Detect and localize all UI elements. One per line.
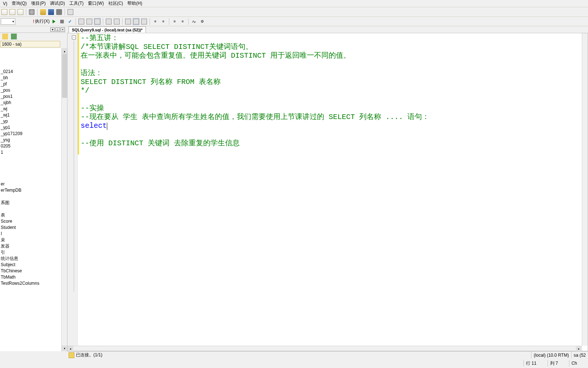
menu-item-help[interactable]: 帮助(H) [125,0,144,7]
play-icon [53,20,55,23]
open-button[interactable] [39,8,47,16]
tree-item[interactable]: _pos1 [0,93,61,100]
new-query-button[interactable] [1,8,8,16]
tb-btn-3[interactable] [94,18,101,25]
outdent-button[interactable]: ≡ [152,18,159,25]
tree-item[interactable]: TbMath [0,274,61,280]
menu-item-community[interactable]: 社区(C) [106,0,125,7]
code-line: select [81,122,107,130]
database-combo[interactable]: ▾ [1,18,15,25]
table-icon [67,9,73,15]
tree-item[interactable]: _wj [0,106,61,112]
tree-item[interactable]: _sjbh [0,100,61,106]
tree-item[interactable]: _yp171209 [0,131,61,137]
tb-btn-6[interactable] [124,18,132,25]
tb-btn-8[interactable] [140,18,148,25]
status-ch: Ch [569,360,588,367]
tree-item[interactable]: 发器 [0,243,61,249]
tree-item[interactable]: 表 [0,212,61,218]
pin-btn[interactable]: ⊥ [55,27,60,32]
tree-scrollbar[interactable]: ▴ ▾ [61,48,67,351]
stop-icon [60,20,64,23]
tree-item[interactable]: _bh [0,75,61,81]
tree-item[interactable]: _ysg [0,137,61,143]
tb-btn-4[interactable] [105,18,112,25]
tree-item[interactable]: erTempDB [0,187,61,193]
tb-btn-2[interactable] [86,18,93,25]
menu-item-project[interactable]: 项目(P) [29,0,48,7]
stop-button[interactable] [58,18,66,25]
tree-item[interactable]: Score [0,218,61,225]
tree-item[interactable]: 引 [0,249,61,256]
execute-button[interactable]: ! 执行(X) [33,18,50,24]
tree-item[interactable]: 束 [0,237,61,243]
connect-button[interactable] [1,33,9,40]
database-icon [29,9,35,15]
code-editor[interactable]: − --第五讲： /*本节课讲解SQL SELECT DISTINCT关键词语句… [67,33,588,351]
cursor-statusbar: 行 11 列 7 Ch [67,360,588,367]
code-content[interactable]: --第五讲： /*本节课讲解SQL SELECT DISTINCT关键词语句。 … [81,34,582,346]
indent-button[interactable]: ≡ [160,18,167,25]
scroll-right-button[interactable]: ▸ [576,346,582,351]
open-icon [40,9,46,15]
tree-item[interactable]: er [0,181,61,187]
menu-item-debug[interactable]: 调试(D) [48,0,67,7]
tree-item[interactable]: 统计信息 [0,256,61,262]
outline-toggle[interactable]: − [72,35,76,39]
code-line: --使用 DISTINCT 关键词 去除重复的学生信息 [81,139,240,147]
tree-item[interactable]: _yp1 [0,124,61,131]
table-button[interactable] [67,8,74,16]
tree-item[interactable]: _wj1 [0,112,61,118]
refresh-button[interactable] [10,33,18,40]
tree-item[interactable]: _pos [0,87,61,93]
change-indicator [78,33,79,154]
menu-item-v[interactable]: V) [1,0,9,7]
dropdown-btn[interactable]: ▾ [50,27,55,32]
scroll-down-button[interactable]: ▾ [62,345,67,351]
code-line: 语法： [81,69,102,77]
menu-item-window[interactable]: 窗口(W) [86,0,106,7]
code-line: SELECT DISTINCT 列名称 FROM 表名称 [81,78,221,86]
editor-v-scrollbar[interactable] [582,33,588,346]
tree-item[interactable]: 1 [0,149,61,156]
indent-icon: ≡ [162,19,165,23]
text-cursor [107,123,107,130]
save-button[interactable] [47,8,55,16]
menu-item-tools[interactable]: 工具(T) [67,0,86,7]
tree-item[interactable]: Subject [0,262,61,268]
tree-item[interactable]: I [0,231,61,237]
grid-icon [94,19,100,24]
parse-button[interactable]: ✓ [66,18,74,25]
scroll-thumb[interactable] [62,54,67,98]
code-line: --现在要从 学生 表中查询所有学生姓名的值，我们需要使用上节课讲过的 SELE… [81,113,429,121]
comment-button[interactable]: ≡ [171,18,178,25]
close-btn[interactable]: × [61,27,65,32]
new-button-3[interactable] [17,8,24,16]
connection-label: 1600 - sa) [0,41,60,47]
editor-tab[interactable]: SQLQuery9.sql - (local).test (sa (52))* [69,26,146,33]
tree-item[interactable]: TestRows2Columns [0,280,61,287]
object-explorer-tree[interactable]: _0214 _bh _pf _pos _pos1 _sjbh _wj _wj1 … [0,48,61,351]
tree-item[interactable]: TbChinese [0,268,61,274]
tree-item[interactable]: _yp [0,118,61,124]
font-button[interactable]: Aᵦ [190,18,198,25]
db-button[interactable] [28,8,35,16]
debug-run-button[interactable] [50,18,58,25]
scroll-up-button[interactable]: ▴ [62,48,67,54]
tree-item[interactable]: 系图 [0,200,61,206]
new-button-2[interactable] [9,8,16,16]
scroll-left-button[interactable]: ◂ [67,346,73,351]
options-button[interactable]: ⚙ [198,18,206,25]
print-button[interactable] [55,8,63,16]
tree-item[interactable]: 0205 [0,143,61,149]
tree-item[interactable]: _0214 [0,69,61,75]
grid-icon [125,19,131,24]
tb-btn-1[interactable] [78,18,85,25]
tb-btn-7[interactable] [132,18,140,25]
tb-btn-5[interactable] [113,18,120,25]
tree-item[interactable]: _pf [0,81,61,87]
uncomment-button[interactable]: ≡ [179,18,186,25]
menu-item-query[interactable]: 查询(Q) [9,0,29,7]
tree-item[interactable]: Student [0,225,61,231]
editor-h-scrollbar[interactable]: ◂ ▸ [67,346,582,351]
